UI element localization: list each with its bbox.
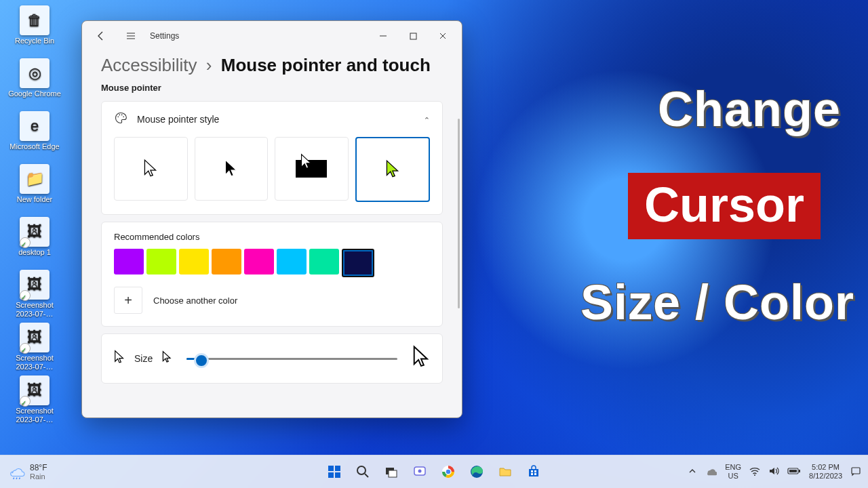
recommended-colors-card: Recommended colors + Choose another colo… bbox=[101, 222, 443, 327]
svg-rect-17 bbox=[529, 469, 538, 476]
icon-label: Microsoft Edge bbox=[5, 142, 64, 151]
desktop-icon-microsoft-edge[interactable]: eMicrosoft Edge bbox=[5, 111, 64, 151]
svg-rect-7 bbox=[328, 472, 334, 478]
back-button[interactable] bbox=[86, 22, 116, 49]
breadcrumb-parent[interactable]: Accessibility bbox=[101, 55, 197, 75]
window-titlebar[interactable]: Settings bbox=[82, 21, 462, 51]
chevron-up-icon: ⌄ bbox=[424, 115, 430, 124]
start-button[interactable] bbox=[322, 460, 347, 484]
plus-icon: + bbox=[124, 293, 132, 308]
icon-label: Screenshot 2023-07-… bbox=[5, 354, 64, 371]
svg-rect-0 bbox=[410, 33, 416, 39]
size-slider[interactable] bbox=[186, 352, 397, 365]
overlay-text-cursor: Cursor bbox=[644, 178, 804, 232]
svg-rect-5 bbox=[328, 466, 334, 471]
slider-thumb[interactable] bbox=[194, 353, 209, 368]
svg-rect-11 bbox=[389, 470, 397, 477]
file-icon: 🖼 bbox=[20, 323, 50, 352]
pointer-style-custom[interactable] bbox=[355, 137, 431, 202]
taskbar-explorer-icon[interactable] bbox=[493, 460, 517, 484]
search-button[interactable] bbox=[351, 460, 375, 484]
file-icon: ◎ bbox=[20, 58, 50, 88]
color-swatch-0[interactable] bbox=[114, 249, 144, 274]
chat-button[interactable] bbox=[408, 460, 432, 484]
desktop-icon-google-chrome[interactable]: ◎Google Chrome bbox=[5, 58, 64, 98]
window-maximize-button[interactable] bbox=[398, 22, 428, 49]
taskbar-edge-icon[interactable] bbox=[465, 460, 489, 484]
taskbar: 88°F Rain bbox=[0, 455, 868, 488]
section-heading: Mouse pointer bbox=[101, 83, 443, 93]
svg-rect-18 bbox=[531, 470, 533, 472]
icon-label: desktop 1 bbox=[5, 248, 64, 257]
svg-point-9 bbox=[357, 466, 366, 474]
tray-battery-icon[interactable] bbox=[787, 467, 801, 476]
recommended-colors-label: Recommended colors bbox=[114, 232, 430, 242]
color-swatch-6[interactable] bbox=[309, 249, 339, 274]
desktop-icon-screenshot-2023-07-[interactable]: 🖼Screenshot 2023-07-… bbox=[5, 270, 64, 319]
pointer-style-inverted[interactable] bbox=[275, 137, 349, 201]
tray-overflow-button[interactable] bbox=[688, 467, 696, 476]
window-close-button[interactable] bbox=[428, 22, 458, 49]
svg-rect-19 bbox=[534, 470, 536, 472]
color-swatch-1[interactable] bbox=[146, 249, 176, 274]
choose-another-color-label: Choose another color bbox=[153, 296, 237, 306]
icon-label: Google Chrome bbox=[5, 89, 64, 98]
cursor-preview-small-icon bbox=[162, 350, 172, 367]
pointer-style-header[interactable]: Mouse pointer style ⌄ bbox=[102, 102, 442, 137]
color-swatch-3[interactable] bbox=[212, 249, 241, 274]
window-app-title: Settings bbox=[150, 31, 179, 41]
svg-point-22 bbox=[754, 474, 755, 476]
color-swatch-4[interactable] bbox=[244, 249, 274, 274]
file-icon: 🖼 bbox=[20, 217, 50, 247]
palette-icon bbox=[114, 111, 127, 127]
window-minimize-button[interactable] bbox=[368, 22, 398, 49]
task-view-button[interactable] bbox=[379, 460, 403, 484]
taskbar-store-icon[interactable] bbox=[521, 460, 546, 484]
desktop-icon-screenshot-2023-07-[interactable]: 🖼Screenshot 2023-07-… bbox=[5, 375, 64, 424]
cursor-small-icon bbox=[114, 350, 125, 367]
file-icon: e bbox=[20, 111, 50, 141]
desktop-icon-new-folder[interactable]: 📁New folder bbox=[5, 164, 64, 204]
tray-wifi-icon[interactable] bbox=[749, 466, 760, 478]
svg-rect-26 bbox=[852, 468, 860, 474]
pointer-style-white[interactable] bbox=[114, 137, 188, 201]
svg-point-13 bbox=[418, 470, 422, 473]
taskbar-weather-widget[interactable]: 88°F Rain bbox=[7, 462, 47, 481]
desktop-icon-screenshot-2023-07-[interactable]: 🖼Screenshot 2023-07-… bbox=[5, 323, 64, 371]
color-swatch-5[interactable] bbox=[277, 249, 307, 274]
clock[interactable]: 5:02 PM8/12/2023 bbox=[809, 463, 842, 481]
file-icon: 📁 bbox=[20, 164, 50, 194]
pointer-style-card: Mouse pointer style ⌄ bbox=[101, 101, 443, 215]
breadcrumb-separator: › bbox=[206, 55, 212, 75]
language-indicator[interactable]: ENGUS bbox=[725, 463, 741, 481]
weather-condition: Rain bbox=[30, 472, 47, 481]
pointer-style-label: Mouse pointer style bbox=[137, 114, 414, 125]
tray-notification-icon[interactable] bbox=[850, 466, 861, 478]
tray-onedrive-icon[interactable] bbox=[705, 465, 717, 479]
tray-volume-icon[interactable] bbox=[768, 466, 779, 478]
icon-label: Screenshot 2023-07-… bbox=[5, 301, 64, 319]
svg-point-15 bbox=[446, 469, 451, 474]
scrollbar[interactable] bbox=[458, 119, 460, 308]
pointer-style-black[interactable] bbox=[195, 137, 269, 201]
cursor-preview-large-icon bbox=[412, 345, 430, 372]
icon-label: New folder bbox=[5, 195, 64, 204]
overlay-text-size-color: Size / Color bbox=[580, 274, 854, 330]
weather-icon bbox=[7, 462, 26, 481]
size-label: Size bbox=[134, 353, 153, 364]
color-swatch-2[interactable] bbox=[179, 249, 209, 274]
svg-point-3 bbox=[121, 115, 123, 116]
svg-rect-25 bbox=[799, 470, 800, 472]
choose-another-color-button[interactable]: + bbox=[114, 287, 142, 314]
color-swatch-7[interactable] bbox=[342, 249, 374, 277]
overlay-text-change: Change bbox=[658, 81, 841, 137]
svg-rect-8 bbox=[335, 472, 340, 478]
desktop-icon-recycle-bin[interactable]: 🗑Recycle Bin bbox=[5, 5, 64, 45]
desktop-icon-desktop-1[interactable]: 🖼desktop 1 bbox=[5, 217, 64, 257]
breadcrumb-current: Mouse pointer and touch bbox=[221, 55, 431, 75]
svg-rect-6 bbox=[335, 466, 340, 471]
taskbar-chrome-icon[interactable] bbox=[436, 460, 460, 484]
weather-temp: 88°F bbox=[30, 463, 47, 472]
svg-point-1 bbox=[117, 117, 119, 118]
nav-menu-button[interactable] bbox=[116, 22, 146, 49]
